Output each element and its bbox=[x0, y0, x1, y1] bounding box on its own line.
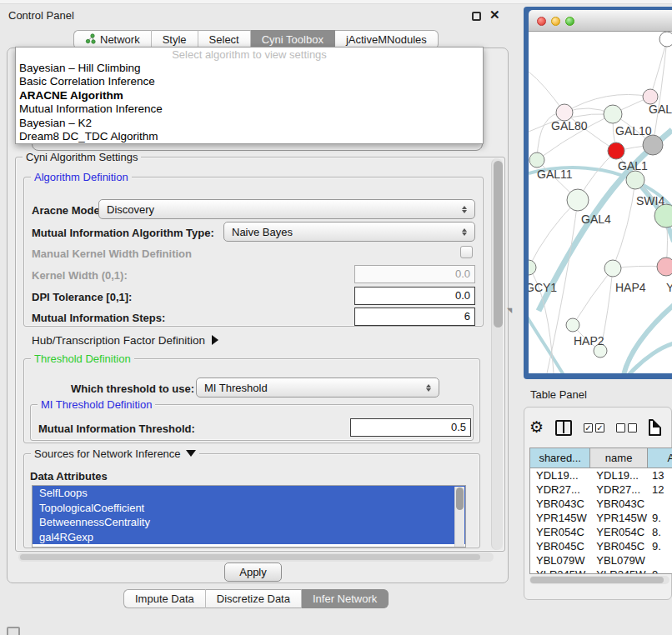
cell bbox=[648, 497, 672, 511]
table-row[interactable]: YER054CYER054C8. bbox=[530, 525, 672, 539]
node-hap2[interactable] bbox=[566, 318, 579, 332]
expand-arrow-icon bbox=[212, 335, 218, 345]
column-header-name[interactable]: name bbox=[590, 448, 648, 468]
attributes-scroll-thumb[interactable] bbox=[456, 488, 464, 510]
collapse-arrow-icon bbox=[186, 450, 196, 457]
dpi-tolerance-field[interactable]: 0.0 bbox=[354, 287, 475, 305]
kernel-width-field[interactable]: 0.0 bbox=[354, 265, 475, 283]
mi-threshold-label: Mutual Information Threshold: bbox=[38, 422, 195, 435]
algorithm-option[interactable]: Basic Correlation Inference bbox=[16, 75, 483, 88]
zoom-window-icon[interactable] bbox=[565, 17, 574, 26]
table-row[interactable]: YDR27...YDR27...12 bbox=[530, 482, 672, 497]
tab-style-label: Style bbox=[163, 33, 187, 46]
data-attributes-label: Data Attributes bbox=[30, 470, 108, 482]
aracne-mode-label: Aracne Mode: bbox=[32, 204, 103, 217]
cell: YER054C bbox=[530, 525, 590, 539]
node-table: shared... name A YDL19...YDL19...13 YDR2… bbox=[529, 448, 672, 574]
top-strip bbox=[0, 0, 672, 4]
node-label: SWI4 bbox=[636, 194, 664, 208]
node-gal1[interactable] bbox=[608, 142, 624, 159]
node-hap4[interactable] bbox=[604, 260, 621, 277]
sources-title: Sources for Network Inference bbox=[34, 448, 181, 460]
cell: 9. bbox=[648, 568, 672, 574]
tab-cyni-toolbox-label: Cyni Toolbox bbox=[262, 33, 323, 46]
node-y[interactable] bbox=[657, 258, 672, 276]
manual-kernel-checkbox[interactable] bbox=[460, 246, 473, 258]
file-icon[interactable] bbox=[649, 419, 661, 436]
attribute-item[interactable]: BetweennessCentrality bbox=[33, 515, 465, 530]
apply-button[interactable]: Apply bbox=[224, 562, 282, 582]
tab-jactivemnodules-label: jActiveMNodules bbox=[346, 33, 427, 46]
split-view-icon[interactable] bbox=[555, 420, 572, 436]
table-row[interactable]: YDL19...YDL19...13 bbox=[530, 468, 672, 482]
node-label: GAL1 bbox=[618, 159, 648, 172]
settings-vertical-scrollbar[interactable] bbox=[491, 158, 503, 550]
cell: YER054C bbox=[590, 525, 648, 539]
table-hscroll-thumb[interactable] bbox=[530, 577, 664, 583]
table-horizontal-scrollbar[interactable] bbox=[529, 576, 669, 584]
cell: YDR27... bbox=[590, 482, 648, 497]
mi-steps-field[interactable]: 6 bbox=[354, 308, 475, 326]
tab-discretize-data[interactable]: Discretize Data bbox=[206, 589, 302, 608]
algorithm-option[interactable]: Bayesian – Hill Climbing bbox=[16, 62, 483, 75]
table-row[interactable]: YBL079WYBL079W bbox=[530, 553, 672, 568]
network-canvas[interactable]: GAL80 GAL10 GAL1 GAL GAL11 SWI4 GAL4 GCY… bbox=[529, 32, 672, 373]
kernel-width-label: Kernel Width (0,1): bbox=[32, 269, 128, 282]
tab-impute-data[interactable]: Impute Data bbox=[123, 589, 206, 608]
column-header-partial[interactable]: A bbox=[648, 448, 672, 468]
algorithm-option[interactable]: Bayesian – K2 bbox=[16, 117, 483, 130]
algorithm-option[interactable]: Dream8 DC_TDC Algorithm bbox=[16, 130, 483, 143]
node-gal4[interactable] bbox=[567, 189, 589, 211]
settings-horizontal-scrollbar[interactable] bbox=[18, 552, 494, 562]
which-threshold-label: Which threshold to use: bbox=[71, 382, 194, 395]
splitter-handle[interactable]: ◥ bbox=[507, 307, 512, 314]
node-gal80[interactable] bbox=[556, 104, 573, 121]
which-threshold-combo[interactable]: MI Threshold bbox=[196, 378, 439, 398]
node-swi4[interactable] bbox=[626, 171, 644, 189]
node-gcy1[interactable] bbox=[529, 260, 536, 275]
minimize-window-icon[interactable] bbox=[551, 17, 560, 26]
select-all-icon[interactable]: ✓✓ bbox=[584, 423, 604, 432]
tab-infer-network[interactable]: Infer Network bbox=[302, 589, 389, 608]
node-gal11[interactable] bbox=[529, 152, 544, 168]
node-gal10[interactable] bbox=[604, 105, 622, 123]
mi-type-combo[interactable]: Naive Bayes bbox=[223, 222, 475, 242]
table-header: shared... name A bbox=[530, 448, 672, 468]
attribute-item[interactable]: SelfLoops bbox=[33, 486, 465, 501]
dpi-tolerance-label: DPI Tolerance [0,1]: bbox=[32, 291, 132, 303]
settings-scroll-thumb[interactable] bbox=[494, 161, 503, 328]
minimized-panel-icon[interactable] bbox=[7, 627, 20, 635]
network-window[interactable]: GAL80 GAL10 GAL1 GAL GAL11 SWI4 GAL4 GCY… bbox=[524, 7, 672, 379]
aracne-mode-combo[interactable]: Discovery bbox=[98, 199, 475, 219]
cell: 8. bbox=[648, 525, 672, 539]
tab-impute-data-label: Impute Data bbox=[135, 592, 194, 605]
table-row[interactable]: YPR145WYPR145W9. bbox=[530, 511, 672, 525]
mi-threshold-field[interactable]: 0.5 bbox=[350, 418, 471, 437]
algorithm-dropdown-popup: Select algorithm to view settings Bayesi… bbox=[15, 47, 484, 144]
algorithm-option-selected[interactable]: ARACNE Algorithm bbox=[16, 89, 483, 102]
attribute-item[interactable]: TopologicalCoefficient bbox=[33, 501, 465, 516]
close-panel-icon[interactable]: ✕ bbox=[489, 8, 500, 22]
column-header-shared-name[interactable]: shared... bbox=[530, 448, 590, 468]
node-top-partial[interactable] bbox=[659, 32, 672, 47]
float-panel-icon[interactable] bbox=[472, 12, 481, 21]
table-row[interactable]: YLR345WYLR345W9. bbox=[530, 568, 672, 574]
deselect-all-icon[interactable] bbox=[616, 423, 637, 432]
table-row[interactable]: YBR043CYBR043C bbox=[530, 497, 672, 511]
gear-icon[interactable]: ⚙ bbox=[529, 419, 544, 436]
mi-threshold-title: MI Threshold Definition bbox=[38, 398, 155, 411]
table-row[interactable]: YBR045CYBR045C9. bbox=[530, 539, 672, 553]
algorithm-option[interactable]: Mutual Information Inference bbox=[16, 102, 483, 116]
node-gray[interactable] bbox=[643, 135, 663, 155]
hub-definition-toggle[interactable]: Hub/Transcription Factor Definition bbox=[32, 334, 218, 347]
application-window: Control Panel ✕ Network Style Select bbox=[0, 0, 672, 635]
close-window-icon[interactable] bbox=[537, 17, 546, 26]
attribute-item[interactable]: gal4RGexp bbox=[33, 530, 465, 545]
mi-type-value: Naive Bayes bbox=[232, 226, 293, 238]
cell: YBR045C bbox=[590, 539, 648, 553]
attributes-scrollbar[interactable] bbox=[454, 487, 464, 548]
network-window-titlebar[interactable] bbox=[529, 10, 672, 32]
sources-title-wrap[interactable]: Sources for Network Inference bbox=[31, 448, 199, 460]
stepper-icon bbox=[462, 228, 467, 236]
settings-hscroll-thumb[interactable] bbox=[20, 554, 480, 560]
